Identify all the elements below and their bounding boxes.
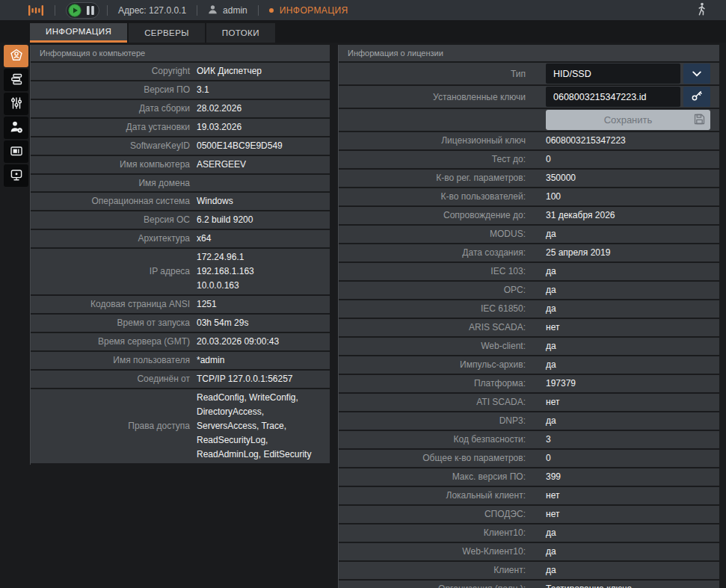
- row-label: Права доступа: [31, 419, 190, 433]
- row-value: 25 апреля 2019: [546, 244, 613, 261]
- tab-servers[interactable]: СЕРВЕРЫ: [129, 23, 205, 43]
- play-button[interactable]: [68, 4, 81, 17]
- row-value: ОИК Диспетчер: [197, 63, 265, 80]
- chevron-down-icon: [692, 68, 701, 79]
- row-value: 31 декабря 2026: [546, 207, 618, 224]
- sidebar-item-license[interactable]: [4, 140, 28, 163]
- info-row: IEC 103: да: [339, 263, 719, 280]
- row-label: Соединён от: [31, 372, 190, 386]
- row-value: да: [546, 338, 559, 355]
- row-value: да: [546, 300, 559, 318]
- info-row: DNP3: да: [339, 412, 719, 430]
- row-label: Макс. версия ПО:: [339, 470, 526, 484]
- server-address: Адрес: 127.0.0.1: [118, 5, 186, 16]
- info-row: ATI SCADA: нет: [339, 394, 719, 411]
- info-row: Соединён от TCP/IP 127.0.0.1:56257: [31, 371, 330, 388]
- user-menu[interactable]: admin: [208, 4, 247, 16]
- row-value: Windows: [197, 193, 236, 210]
- row-label: К-во рег. параметров:: [339, 171, 526, 185]
- sidebar-item-settings[interactable]: [4, 93, 28, 115]
- app-window: Адрес: 127.0.0.1 admin ИНФОРМАЦИЯ: [0, 0, 726, 588]
- row-label: MODUS:: [339, 227, 526, 241]
- row-label: Дата установки: [31, 120, 190, 134]
- row-label: Дата создания:: [339, 246, 526, 260]
- row-label: Имя компьютера: [31, 158, 190, 172]
- info-row: Имя домена: [31, 175, 330, 191]
- row-value: ASERGEEV: [197, 156, 249, 173]
- walking-user-icon[interactable]: [697, 2, 707, 19]
- row-label: Локальный клиент:: [339, 489, 526, 503]
- row-value: нет: [546, 487, 562, 504]
- card-icon: [10, 144, 23, 160]
- info-row: Web-Клиент10: да: [339, 543, 719, 560]
- info-row: Версия ПО 3.1: [31, 81, 330, 99]
- row-value: нет: [546, 506, 562, 523]
- info-row: Версия ОС 6.2 build 9200: [31, 211, 330, 229]
- row-label: К-во пользователей:: [339, 190, 526, 204]
- user-icon: [208, 4, 218, 16]
- row-label: Версия ОС: [31, 213, 190, 227]
- pause-button[interactable]: [86, 5, 95, 16]
- info-row: Лицензионный ключ 0608003215347223: [339, 132, 719, 149]
- license-type-row: Тип HID/SSD: [339, 63, 719, 84]
- row-value: 0: [546, 450, 554, 467]
- row-label: SoftwareKeyID: [31, 139, 190, 153]
- row-label: Организация (полн.):: [339, 582, 526, 588]
- info-row: Кодовая страница ANSI 1251: [31, 296, 330, 313]
- row-label: Общее к-во параметров:: [339, 451, 526, 465]
- row-label: IEC 61850:: [339, 302, 526, 316]
- row-label: Архитектура: [31, 232, 190, 246]
- sidebar-item-users[interactable]: [4, 117, 28, 139]
- row-label: Клиент:: [339, 563, 526, 578]
- type-label: Тип: [339, 69, 526, 79]
- row-value: 350000: [546, 170, 579, 187]
- row-value: 0: [546, 151, 554, 168]
- info-row: Операционная система Windows: [31, 193, 330, 210]
- monitor-icon: [10, 168, 23, 184]
- save-button-label: Сохранить: [604, 114, 653, 126]
- row-value: 03h 54m 29s: [197, 315, 251, 332]
- license-info-rows: Лицензионный ключ 0608003215347223 Тест …: [339, 132, 719, 588]
- row-value: 172.24.96.1 192.168.1.163 10.0.0.163: [197, 249, 257, 294]
- info-row: Время сервера (GMT) 20.03.2026 09:00:43: [31, 333, 330, 350]
- tab-streams[interactable]: ПОТОКИ: [206, 23, 275, 43]
- row-label: СПОДЭС:: [339, 507, 526, 522]
- row-label: Web-Клиент10:: [339, 545, 526, 559]
- key-button[interactable]: [683, 87, 710, 107]
- row-value: Тестирование ключа: [546, 581, 635, 588]
- row-value: 399: [546, 468, 564, 486]
- info-row: Web-client: да: [339, 338, 719, 355]
- row-value: 0500E14BC9E9D549: [197, 137, 286, 155]
- sidebar-item-servers[interactable]: [4, 69, 28, 91]
- row-label: Имя домена: [31, 176, 190, 191]
- save-button[interactable]: Сохранить: [546, 110, 710, 130]
- section-label: ИНФОРМАЦИЯ: [280, 5, 348, 16]
- row-value: 6.2 build 9200: [197, 211, 256, 229]
- row-value: TCP/IP 127.0.0.1:56257: [197, 371, 296, 388]
- info-row: К-во рег. параметров: 350000: [339, 170, 719, 187]
- row-value: 197379: [546, 375, 579, 392]
- sidebar-item-monitor[interactable]: [4, 164, 28, 187]
- installed-keys-row: Установленные ключи: [339, 86, 719, 108]
- installed-keys-input[interactable]: [546, 87, 680, 107]
- info-row: Макс. версия ПО: 399: [339, 468, 719, 486]
- info-row: MODUS: да: [339, 226, 719, 243]
- license-type-select[interactable]: HID/SSD: [546, 64, 680, 84]
- type-dropdown-button[interactable]: [683, 64, 710, 84]
- row-value: 1251: [197, 296, 220, 313]
- row-label: Время от запуска: [31, 316, 190, 330]
- sliders-icon: [10, 96, 23, 112]
- info-row: Код безпасности: 3: [339, 431, 719, 448]
- info-row: Сопровождение до: 31 декабря 2026: [339, 207, 719, 224]
- main-content: Информация о компьютере Copyright ОИК Ди…: [0, 43, 726, 588]
- license-info-panel: Информация о лицензии Тип HID/SSD Уста: [338, 45, 719, 588]
- sidebar-item-info[interactable]: [4, 45, 28, 67]
- info-row: Локальный клиент: нет: [339, 487, 719, 504]
- badge-icon: [10, 49, 23, 64]
- divider: [107, 5, 108, 16]
- row-label: Copyright: [31, 64, 190, 78]
- info-row: Дата сборки 28.02.2026: [31, 100, 330, 117]
- tab-information[interactable]: ИНФОРМАЦИЯ: [30, 23, 127, 43]
- row-value: 100: [546, 188, 564, 205]
- row-value: 3: [546, 431, 554, 448]
